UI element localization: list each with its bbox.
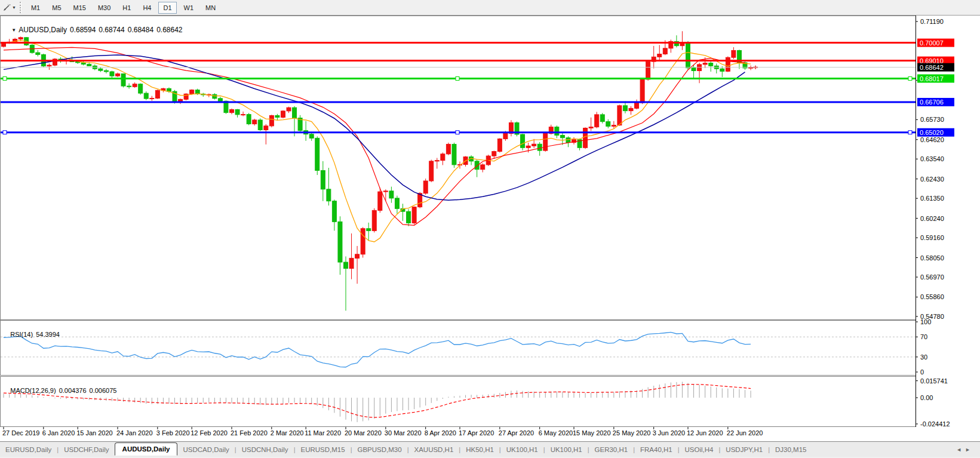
svg-text:70: 70 bbox=[920, 333, 927, 340]
rsi-name: RSI(14) bbox=[10, 331, 33, 338]
svg-text:0.58050: 0.58050 bbox=[920, 254, 944, 262]
tool-dropdown-caret-icon[interactable]: ▼ bbox=[12, 5, 16, 10]
chart-tab-xauusd-h1[interactable]: XAUUSD,H1 bbox=[408, 444, 459, 455]
chart-title-marker-icon[interactable]: ▼ bbox=[11, 27, 16, 33]
timeframe-button-M1[interactable]: M1 bbox=[26, 2, 45, 14]
timeframe-button-MN[interactable]: MN bbox=[201, 2, 220, 14]
chart-title: ▼AUDUSD,Daily0.685940.687440.684840.6864… bbox=[4, 17, 183, 42]
timeframe-buttons: M1M5M15M30H1H4D1W1MN bbox=[25, 2, 222, 14]
rsi-indicator-label: RSI(14)54.3994 bbox=[3, 324, 60, 345]
svg-text:0: 0 bbox=[920, 368, 924, 376]
svg-text:100: 100 bbox=[920, 318, 931, 325]
svg-text:0.68017: 0.68017 bbox=[920, 75, 944, 82]
chart-tab-usdcad-daily[interactable]: USDCAD,Daily bbox=[177, 444, 234, 455]
svg-text:0.71190: 0.71190 bbox=[920, 18, 944, 25]
chart-tab-usdchf-daily[interactable]: USDCHF,Daily bbox=[59, 444, 114, 455]
hline-handle[interactable] bbox=[456, 131, 459, 134]
timeframe-button-D1[interactable]: D1 bbox=[158, 2, 176, 14]
svg-text:0.65730: 0.65730 bbox=[920, 116, 944, 123]
chart-tab-eurusd-m15[interactable]: EURUSD,M15 bbox=[295, 444, 350, 455]
svg-text:21 Feb 2020: 21 Feb 2020 bbox=[231, 429, 268, 437]
svg-text:24 Jan 2020: 24 Jan 2020 bbox=[116, 429, 153, 437]
svg-text:-0.024412: -0.024412 bbox=[920, 420, 950, 428]
cursor-tool-icon[interactable] bbox=[1, 2, 12, 13]
chart-tab-dj30-m15[interactable]: DJ30,M15 bbox=[770, 444, 812, 455]
ohlc-low: 0.68484 bbox=[128, 26, 153, 34]
timeframe-button-M5[interactable]: M5 bbox=[47, 2, 66, 14]
svg-text:3 Jun 2020: 3 Jun 2020 bbox=[653, 429, 685, 437]
chart-tab-uk100-h1[interactable]: UK100,H1 bbox=[501, 444, 543, 455]
chart-tab-eurusd-daily[interactable]: EURUSD,Daily bbox=[0, 444, 57, 455]
svg-text:0.015741: 0.015741 bbox=[920, 377, 948, 385]
chart-tab-audusd-daily[interactable]: AUDUSD,Daily bbox=[115, 442, 178, 456]
ohlc-close: 0.68642 bbox=[156, 26, 182, 34]
chart-tab-fra40-h1[interactable]: FRA40,H1 bbox=[635, 444, 678, 455]
macd-indicator-label: MACD(12,26,9)0.0043760.006075 bbox=[3, 380, 116, 401]
svg-text:6 Jan 2020: 6 Jan 2020 bbox=[42, 429, 75, 437]
svg-text:30 Mar 2020: 30 Mar 2020 bbox=[385, 429, 422, 437]
tab-scroll-left-icon[interactable]: ◄ bbox=[956, 447, 965, 453]
chart-tab-usdjpy-h1[interactable]: USDJPY,H1 bbox=[720, 444, 768, 455]
svg-text:0.65020: 0.65020 bbox=[920, 129, 944, 136]
macd-signal-value: 0.006075 bbox=[90, 387, 117, 394]
macd-name: MACD(12,26,9) bbox=[10, 387, 56, 394]
top-toolbar: ▼ M1M5M15M30H1H4D1W1MN bbox=[0, 0, 980, 16]
svg-text:8 Apr 2020: 8 Apr 2020 bbox=[425, 429, 456, 437]
chart-tab-usoil-h4[interactable]: USOil,H4 bbox=[680, 444, 719, 455]
timeframe-button-M15[interactable]: M15 bbox=[69, 2, 91, 14]
svg-text:30: 30 bbox=[920, 354, 927, 361]
chart-symbol: AUDUSD,Daily bbox=[19, 26, 67, 34]
timeframe-button-M30[interactable]: M30 bbox=[93, 2, 115, 14]
svg-text:0.55860: 0.55860 bbox=[920, 293, 944, 300]
svg-text:11 Mar 2020: 11 Mar 2020 bbox=[305, 429, 341, 437]
chart-tab-usdcnh-daily[interactable]: USDCNH,Daily bbox=[236, 444, 294, 455]
timeframe-button-W1[interactable]: W1 bbox=[179, 2, 199, 14]
chart-tab-ger30-h1[interactable]: GER30,H1 bbox=[589, 444, 634, 455]
svg-text:0.68642: 0.68642 bbox=[920, 64, 944, 71]
toolbar-grip[interactable] bbox=[20, 2, 21, 13]
svg-text:27 Apr 2020: 27 Apr 2020 bbox=[499, 429, 534, 437]
svg-text:17 Apr 2020: 17 Apr 2020 bbox=[459, 429, 494, 437]
hline-handle[interactable] bbox=[908, 131, 912, 134]
tab-scroll-arrows[interactable]: ◄► bbox=[956, 447, 974, 453]
svg-text:3 Feb 2020: 3 Feb 2020 bbox=[156, 429, 190, 437]
hline-handle[interactable] bbox=[456, 77, 459, 81]
hline-handle[interactable] bbox=[3, 77, 7, 81]
svg-text:20 Mar 2020: 20 Mar 2020 bbox=[345, 429, 382, 437]
price-chart-svg[interactable]: 0.711900.679200.657300.646200.635400.624… bbox=[0, 16, 980, 441]
chart-tab-uk100-h1[interactable]: UK100,H1 bbox=[545, 444, 588, 455]
macd-main-value: 0.004376 bbox=[59, 387, 87, 394]
svg-text:0.62430: 0.62430 bbox=[920, 176, 944, 183]
svg-text:0.66706: 0.66706 bbox=[920, 99, 944, 106]
svg-text:12 Jun 2020: 12 Jun 2020 bbox=[687, 429, 723, 437]
hline-handle[interactable] bbox=[3, 131, 7, 134]
svg-text:0.56970: 0.56970 bbox=[920, 273, 944, 281]
svg-text:0.63540: 0.63540 bbox=[920, 155, 944, 162]
ohlc-high: 0.68744 bbox=[99, 26, 124, 34]
svg-text:2 Mar 2020: 2 Mar 2020 bbox=[271, 429, 304, 437]
hline-handle[interactable] bbox=[908, 77, 912, 81]
svg-text:12 Feb 2020: 12 Feb 2020 bbox=[191, 429, 228, 437]
cursor-tool-glyph bbox=[2, 3, 11, 12]
rsi-value: 54.3994 bbox=[36, 331, 60, 338]
tab-scroll-right-icon[interactable]: ► bbox=[965, 447, 974, 453]
chart-tab-gbpusd-m30[interactable]: GBPUSD,M30 bbox=[352, 444, 407, 455]
svg-text:0.61350: 0.61350 bbox=[920, 195, 944, 202]
svg-text:27 Dec 2019: 27 Dec 2019 bbox=[2, 429, 39, 437]
svg-text:0.00: 0.00 bbox=[920, 394, 933, 401]
svg-text:25 May 2020: 25 May 2020 bbox=[613, 429, 651, 437]
svg-text:0.59160: 0.59160 bbox=[920, 234, 944, 241]
timeframe-button-H4[interactable]: H4 bbox=[138, 2, 156, 14]
svg-text:0.70007: 0.70007 bbox=[920, 39, 944, 47]
ohlc-open: 0.68594 bbox=[70, 26, 96, 34]
chart-window[interactable]: 0.711900.679200.657300.646200.635400.624… bbox=[0, 16, 980, 441]
svg-text:15 May 2020: 15 May 2020 bbox=[573, 429, 611, 437]
svg-text:0.64620: 0.64620 bbox=[920, 136, 944, 143]
svg-text:6 May 2020: 6 May 2020 bbox=[539, 429, 573, 437]
svg-text:0.60240: 0.60240 bbox=[920, 215, 944, 222]
svg-text:15 Jan 2020: 15 Jan 2020 bbox=[76, 429, 113, 437]
svg-text:22 Jun 2020: 22 Jun 2020 bbox=[727, 429, 763, 437]
chart-tab-hk50-h1[interactable]: HK50,H1 bbox=[460, 444, 499, 455]
chart-tab-bar: EURUSD,Daily|USDCHF,DailyAUDUSD,DailyUSD… bbox=[0, 441, 980, 457]
timeframe-button-H1[interactable]: H1 bbox=[118, 2, 136, 14]
